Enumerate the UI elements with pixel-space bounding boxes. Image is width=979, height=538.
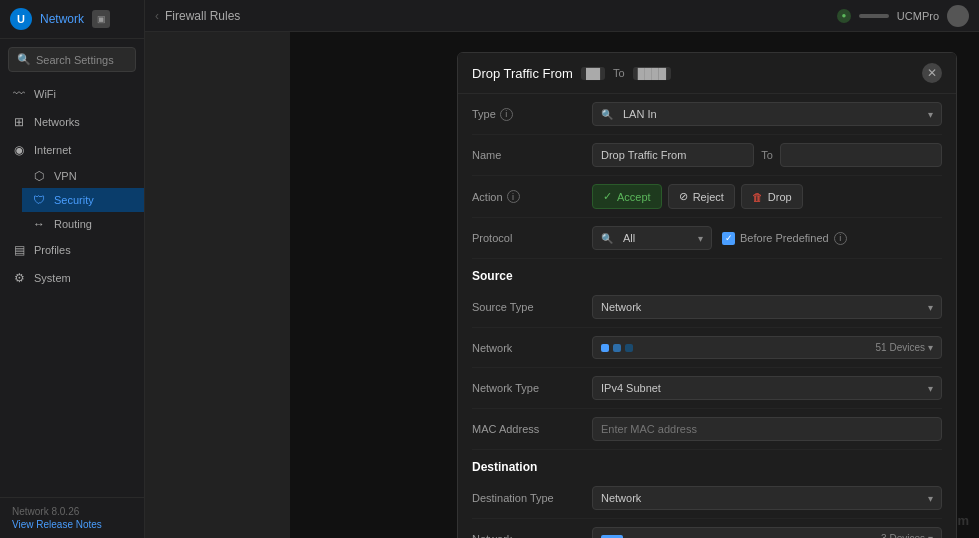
protocol-select-icon: 🔍 bbox=[601, 233, 613, 244]
chevron-down-icon: ▾ bbox=[928, 493, 933, 504]
close-icon: ✕ bbox=[927, 66, 937, 80]
dest-type-control: Network ▾ bbox=[592, 486, 942, 510]
chevron-down-icon: ▾ bbox=[698, 233, 703, 244]
dest-network-selector[interactable]: 3 Devices ▾ bbox=[592, 527, 942, 538]
shield-icon: 🛡 bbox=[32, 193, 46, 207]
name-input-row: Drop Traffic From To bbox=[592, 143, 942, 167]
source-network-type-label: Network Type bbox=[472, 382, 582, 394]
release-notes-link[interactable]: View Release Notes bbox=[12, 519, 132, 530]
name-label: Name bbox=[472, 149, 582, 161]
accept-icon: ✓ bbox=[603, 190, 612, 203]
source-network-row: Network 51 Devices ▾ bbox=[472, 328, 942, 368]
type-control: 🔍 LAN In ▾ bbox=[592, 102, 942, 126]
dest-type-value: Network bbox=[601, 492, 641, 504]
accept-button[interactable]: ✓ Accept bbox=[592, 184, 662, 209]
type-info-icon[interactable]: i bbox=[500, 108, 513, 121]
main-content: ‹ Firewall Rules ● UCMPro Drop Traffic F… bbox=[145, 0, 979, 538]
sidebar: U Network ▣ 🔍 Search Settings 〰 WiFi ⊞ N… bbox=[0, 0, 145, 538]
sidebar-item-label: Security bbox=[54, 194, 94, 206]
source-network-selector[interactable]: 51 Devices ▾ bbox=[592, 336, 942, 359]
type-row: Type i 🔍 LAN In ▾ bbox=[472, 94, 942, 135]
net-dot-2 bbox=[613, 344, 621, 352]
dialog-title-section: Drop Traffic From ██ To ████ bbox=[472, 66, 922, 81]
chevron-down-icon: ▾ bbox=[928, 383, 933, 394]
reject-button[interactable]: ⊘ Reject bbox=[668, 184, 735, 209]
sidebar-item-security[interactable]: 🛡 Security bbox=[22, 188, 144, 212]
source-type-label: Source Type bbox=[472, 301, 582, 313]
dest-type-label: Destination Type bbox=[472, 492, 582, 504]
wifi-icon: 〰 bbox=[12, 87, 26, 101]
source-section-header: Source bbox=[472, 259, 942, 287]
dialog-title: Drop Traffic From bbox=[472, 66, 573, 81]
before-predefined-info-icon[interactable]: i bbox=[834, 232, 847, 245]
name-control: Drop Traffic From To bbox=[592, 143, 942, 167]
action-buttons: ✓ Accept ⊘ Reject 🗑 Drop bbox=[592, 184, 942, 209]
before-predefined-checkbox[interactable]: ✓ bbox=[722, 232, 735, 245]
sidebar-item-profiles[interactable]: ▤ Profiles bbox=[0, 236, 144, 264]
ucm-label: UCMPro bbox=[897, 10, 939, 22]
unifi-logo: U bbox=[10, 8, 32, 30]
search-box[interactable]: 🔍 Search Settings bbox=[8, 47, 136, 72]
protocol-row-inner: 🔍 All ▾ ✓ Before Predefined i bbox=[592, 226, 942, 250]
internet-icon: ◉ bbox=[12, 143, 26, 157]
user-avatar[interactable] bbox=[947, 5, 969, 27]
protocol-value: All bbox=[623, 232, 635, 244]
chevron-down-icon: ▾ bbox=[928, 533, 933, 538]
name-to-input[interactable] bbox=[780, 143, 942, 167]
action-info-icon[interactable]: i bbox=[507, 190, 520, 203]
protocol-row: Protocol 🔍 All ▾ bbox=[472, 218, 942, 259]
sidebar-nav: 〰 WiFi ⊞ Networks ◉ Internet ⬡ VPN 🛡 Sec… bbox=[0, 80, 144, 497]
sidebar-item-internet[interactable]: ◉ Internet bbox=[0, 136, 144, 164]
sidebar-item-vpn[interactable]: ⬡ VPN bbox=[22, 164, 144, 188]
action-label: Action i bbox=[472, 190, 582, 203]
reject-label: Reject bbox=[693, 191, 724, 203]
mac-address-label: MAC Address bbox=[472, 423, 582, 435]
mac-address-row: MAC Address bbox=[472, 409, 942, 450]
type-value: LAN In bbox=[623, 108, 657, 120]
drop-label: Drop bbox=[768, 191, 792, 203]
back-arrow[interactable]: ‹ bbox=[155, 9, 159, 23]
sidebar-item-label: Profiles bbox=[34, 244, 71, 256]
source-network-control: 51 Devices ▾ bbox=[592, 336, 942, 359]
type-label: Type i bbox=[472, 108, 582, 121]
close-button[interactable]: ✕ bbox=[922, 63, 942, 83]
vpn-icon: ⬡ bbox=[32, 169, 46, 183]
sidebar-header: U Network ▣ bbox=[0, 0, 144, 39]
version-label: Network 8.0.26 bbox=[12, 506, 79, 517]
destination-section-header: Destination bbox=[472, 450, 942, 478]
sidebar-item-routing[interactable]: ↔ Routing bbox=[22, 212, 144, 236]
source-network-type-dropdown[interactable]: IPv4 Subnet ▾ bbox=[592, 376, 942, 400]
sidebar-item-label: Internet bbox=[34, 144, 71, 156]
chevron-down-icon: ▾ bbox=[928, 109, 933, 120]
search-label: Search Settings bbox=[36, 54, 114, 66]
breadcrumb-label: Firewall Rules bbox=[165, 9, 240, 23]
chevron-down-icon: ▾ bbox=[928, 342, 933, 353]
sidebar-item-networks[interactable]: ⊞ Networks bbox=[0, 108, 144, 136]
net-dot-1 bbox=[601, 344, 609, 352]
sidebar-item-wifi[interactable]: 〰 WiFi bbox=[0, 80, 144, 108]
source-devices-count: 51 Devices ▾ bbox=[876, 342, 933, 353]
source-type-control: Network ▾ bbox=[592, 295, 942, 319]
topbar-right: ● UCMPro bbox=[837, 5, 969, 27]
action-row: Action i ✓ Accept ⊘ Re bbox=[472, 176, 942, 218]
breadcrumb: ‹ Firewall Rules bbox=[155, 9, 240, 23]
dest-network-label: Network bbox=[472, 533, 582, 539]
nav-sub-group: ⬡ VPN 🛡 Security ↔ Routing bbox=[0, 164, 144, 236]
sidebar-item-label: VPN bbox=[54, 170, 77, 182]
content-area: Drop Traffic From ██ To ████ ✕ Type bbox=[145, 32, 979, 538]
drop-button[interactable]: 🗑 Drop bbox=[741, 184, 803, 209]
dest-type-dropdown[interactable]: Network ▾ bbox=[592, 486, 942, 510]
name-from-value: Drop Traffic From bbox=[601, 149, 686, 161]
type-select-icon: 🔍 bbox=[601, 109, 613, 120]
routing-icon: ↔ bbox=[32, 217, 46, 231]
network-label[interactable]: Network bbox=[40, 12, 84, 26]
sidebar-item-system[interactable]: ⚙ System bbox=[0, 264, 144, 292]
source-type-dropdown[interactable]: Network ▾ bbox=[592, 295, 942, 319]
name-from-input[interactable]: Drop Traffic From bbox=[592, 143, 754, 167]
protocol-dropdown[interactable]: 🔍 All ▾ bbox=[592, 226, 712, 250]
mac-address-input[interactable] bbox=[592, 417, 942, 441]
sidebar-item-label: WiFi bbox=[34, 88, 56, 100]
chevron-down-icon: ▾ bbox=[928, 302, 933, 313]
type-dropdown[interactable]: 🔍 LAN In ▾ bbox=[592, 102, 942, 126]
console-icon[interactable]: ▣ bbox=[92, 10, 110, 28]
